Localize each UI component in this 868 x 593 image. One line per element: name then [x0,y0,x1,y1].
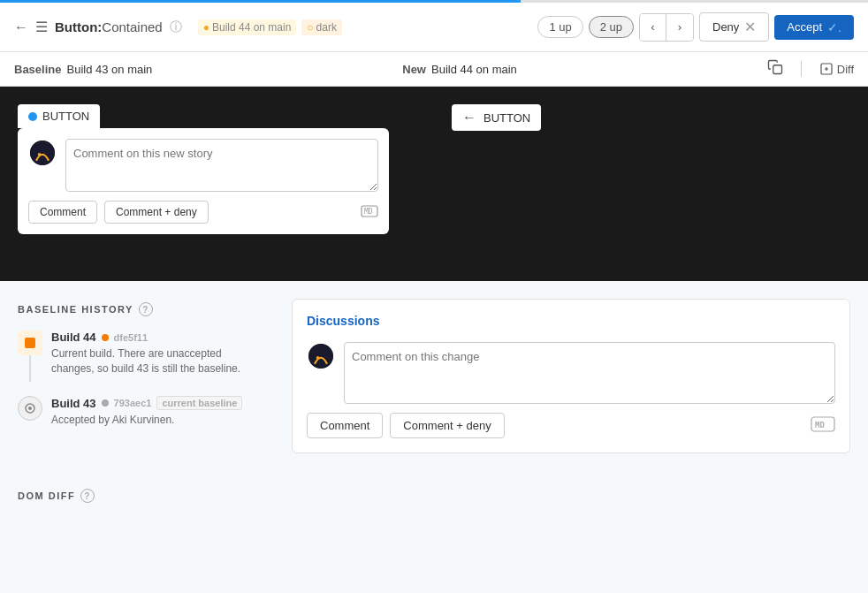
comment-card: Comment Comment + deny MD [18,128,389,234]
history-item-build44: Build 44 dfe5f11 Current build. There ar… [18,331,256,382]
svg-point-9 [308,344,333,369]
info-icon[interactable]: ⓘ [170,19,182,35]
build44-content: Build 44 dfe5f11 Current build. There ar… [51,331,256,382]
canvas-left-tab: BUTTON [18,104,100,128]
discussion-input[interactable] [344,342,835,404]
deny-x-icon: ✕ [744,19,756,35]
icon-divider [801,61,802,77]
discussions-card: Discussions Comment Comment + deny MD [292,299,850,453]
comment-actions: Comment Comment + deny MD [28,201,378,224]
user-avatar [28,139,57,167]
build43-title: Build 43 793aec1 current baseline [51,396,256,410]
component-type: Contained [102,19,162,34]
discussion-comment-button[interactable]: Comment [307,413,383,438]
build43-badge: current baseline [156,396,242,410]
discussions-title: Discussions [307,314,835,328]
baseline-history-title: BASELINE HISTORY ? [18,302,256,316]
build44-hash: dfe5f11 [114,332,148,343]
component-name: Button [55,19,97,34]
canvas-left-tab-label: BUTTON [42,110,89,123]
svg-text:MD: MD [815,421,825,430]
baseline-value: Build 43 on main [66,63,152,76]
diff-label: Diff [837,63,854,76]
canvas-right-tab-label: BUTTON [483,111,530,125]
deny-button[interactable]: Deny ✕ [699,12,769,42]
canvas-tab-dot [28,112,37,121]
canvas-right-tab: ← BUTTON [452,104,541,131]
new-label: New [402,63,426,76]
count-1-up-button[interactable]: 1 up [537,16,582,38]
discussion-actions: Comment Comment + deny MD [307,413,835,438]
history-connector [29,355,31,382]
svg-point-3 [38,153,42,156]
build44-dot [102,334,109,341]
build43-content: Build 43 793aec1 current baseline Accept… [51,396,256,428]
header-title: Button:Contained [55,19,163,34]
menu-icon[interactable]: ☰ [35,19,48,35]
comment-card-top [28,139,378,192]
build44-icon [18,331,42,355]
canvas-left: BUTTON Comment Comment + deny MD [0,87,434,281]
svg-rect-0 [773,65,782,74]
baseline-history-help[interactable]: ? [139,302,153,316]
build-badges: ●Build 44 on main ○dark [198,19,342,35]
bottom-left: BASELINE HISTORY ? Build 44 dfe5f11 Curr… [0,281,274,471]
svg-point-8 [28,407,32,410]
build43-hash: 793aec1 [114,398,152,408]
prev-button[interactable]: ‹ [640,14,666,41]
history-item-build43: Build 43 793aec1 current baseline Accept… [18,396,256,428]
discussion-avatar [307,342,335,370]
accept-button[interactable]: Accept ✓. [774,15,854,40]
back-icon[interactable]: ← [14,19,28,35]
build44-desc: Current build. There are unaccepted chan… [51,346,256,376]
story-header: Baseline Build 43 on main New Build 44 o… [0,52,868,87]
dom-diff-section: DOM DIFF ? [0,471,868,535]
diff-button[interactable]: Diff [819,62,854,76]
accept-label: Accept [787,20,822,34]
progress-bar [0,0,868,3]
comment-deny-button[interactable]: Comment + deny [104,201,209,224]
comment-button[interactable]: Comment [28,201,97,224]
canvas-right: ← BUTTON [434,87,868,281]
deny-label: Deny [712,20,739,34]
svg-point-10 [316,356,320,360]
baseline-label: Baseline [14,63,61,76]
header-left: ← ☰ Button:Contained ⓘ ●Build 44 on main… [14,19,342,35]
new-value: Build 44 on main [431,63,517,76]
discussion-input-row [307,342,835,404]
build43-dot [102,399,109,407]
bottom-right: Discussions Comment Comment + deny MD [274,281,868,471]
canvas-tab-arrow: ← [462,110,476,125]
story-icons: Diff [767,59,854,79]
build-badge-main: ●Build 44 on main [198,19,297,35]
build43-desc: Accepted by Aki Kurvinen. [51,413,256,428]
copy-icon-button[interactable] [767,59,783,79]
markdown-icon: MD [361,205,378,220]
svg-point-2 [30,141,55,165]
discussion-markdown-icon[interactable]: MD [811,416,835,435]
nav-buttons: ‹ › [639,13,694,42]
canvas-area: BUTTON Comment Comment + deny MD [0,87,868,281]
build43-icon [18,396,42,421]
svg-text:MD: MD [364,208,373,216]
progress-bar-fill [0,0,521,3]
build-badge-dark: ○dark [301,19,342,35]
accept-check-icon: ✓. [827,20,841,34]
discussion-comment-deny-button[interactable]: Comment + deny [390,413,504,438]
comment-input[interactable] [65,139,378,192]
count-2-up-button[interactable]: 2 up [589,16,634,38]
header: ← ☰ Button:Contained ⓘ ●Build 44 on main… [0,3,868,52]
build44-title: Build 44 dfe5f11 [51,331,256,344]
bottom-area: BASELINE HISTORY ? Build 44 dfe5f11 Curr… [0,281,868,471]
next-button[interactable]: › [666,14,693,41]
svg-rect-6 [25,338,35,348]
header-middle: 1 up 2 up ‹ › Deny ✕ Accept ✓. [537,12,854,42]
dom-diff-help[interactable]: ? [80,489,95,503]
dom-diff-title: DOM DIFF ? [18,489,850,503]
